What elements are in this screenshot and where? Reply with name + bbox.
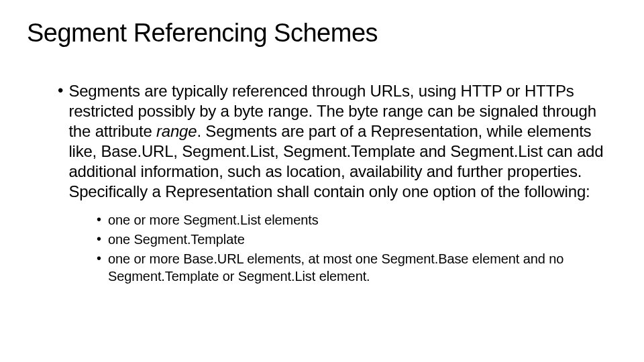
bullet-marker-icon: • <box>58 80 63 202</box>
slide-title: Segment Referencing Schemes <box>27 19 617 48</box>
main-bullet-text: Segments are typically referenced throug… <box>68 81 617 202</box>
main-bullet-item: • Segments are typically referenced thro… <box>58 81 617 202</box>
sub-bullet-text: one Segment.Template <box>108 231 245 248</box>
bullet-marker-icon: • <box>97 210 101 229</box>
italic-word: range <box>156 122 197 140</box>
list-item: • one or more Segment.List elements <box>97 211 617 229</box>
sub-bullet-text: one or more Base.URL elements, at most o… <box>108 250 617 285</box>
list-item: • one Segment.Template <box>97 231 617 248</box>
list-item: • one or more Base.URL elements, at most… <box>97 250 617 285</box>
sub-bullet-list: • one or more Segment.List elements • on… <box>97 211 617 285</box>
sub-bullet-text: one or more Segment.List elements <box>108 211 319 229</box>
bullet-marker-icon: • <box>97 249 101 285</box>
bullet-marker-icon: • <box>97 230 101 248</box>
